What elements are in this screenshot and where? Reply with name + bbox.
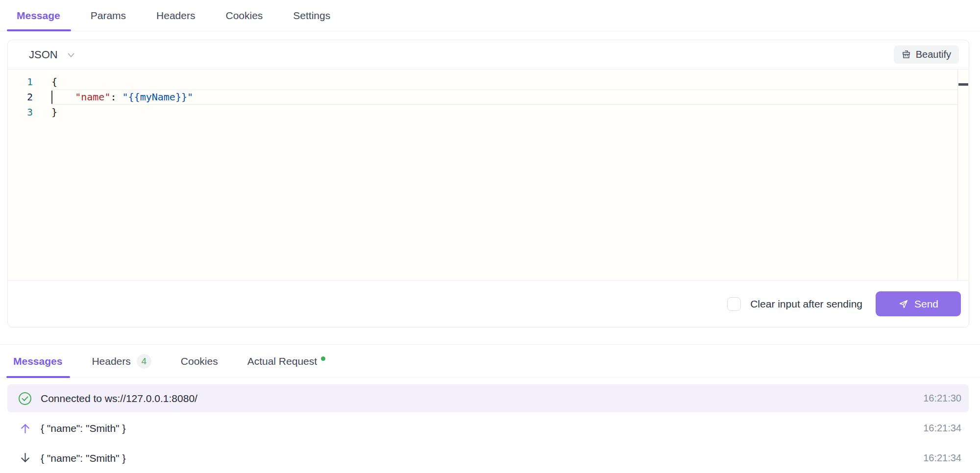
json-key-token: "name"	[75, 91, 110, 103]
code-line-content: }	[51, 105, 969, 120]
code-indent	[51, 91, 75, 103]
message-text: { "name": "Smith" }	[41, 423, 923, 434]
arrow-up-icon	[18, 422, 32, 434]
editor-scrollbar-gutter	[957, 70, 958, 280]
language-dropdown-value: JSON	[29, 48, 58, 61]
editor-footer: Clear input after sending Send	[8, 280, 969, 327]
send-button[interactable]: Send	[876, 291, 961, 316]
message-timestamp: 16:21:34	[923, 423, 961, 434]
response-section: Messages Headers 4 Cookies Actual Reques…	[0, 344, 980, 472]
request-tab-bar: Message Params Headers Cookies Settings	[0, 0, 980, 31]
arrow-down-icon	[18, 452, 32, 464]
message-text: { "name": "Smith" }	[41, 452, 923, 464]
check-circle-icon	[18, 392, 32, 405]
message-editor-panel: JSON Beautify 1 { 2 "name": "{{myName}}"…	[7, 40, 969, 328]
code-line-1[interactable]: 1 {	[8, 74, 969, 90]
code-line-3[interactable]: 3 }	[8, 105, 969, 120]
overview-ruler-cursor-mark	[958, 83, 968, 86]
tab-cookies-label: Cookies	[181, 355, 218, 367]
tab-headers-label: Headers	[92, 355, 130, 367]
line-number: 1	[8, 74, 33, 90]
code-line-content: "name": "{{myName}}"	[51, 90, 957, 105]
language-dropdown[interactable]: JSON	[29, 48, 75, 61]
json-separator-token: :	[110, 91, 122, 103]
line-number: 3	[8, 105, 33, 120]
message-timestamp: 16:21:34	[923, 452, 961, 464]
chevron-down-icon	[67, 50, 75, 59]
editor-toolbar: JSON Beautify	[8, 40, 969, 70]
message-text: Connected to ws://127.0.0.1:8080/	[41, 393, 923, 404]
tab-actual-request[interactable]: Actual Request	[247, 345, 325, 378]
clear-input-checkbox[interactable]	[727, 297, 741, 311]
message-row-connected[interactable]: Connected to ws://127.0.0.1:8080/ 16:21:…	[7, 384, 969, 412]
tab-message[interactable]: Message	[17, 0, 60, 31]
beautify-icon	[902, 50, 911, 59]
tab-actual-request-label: Actual Request	[247, 355, 317, 367]
tab-response-cookies[interactable]: Cookies	[181, 345, 218, 378]
beautify-button[interactable]: Beautify	[894, 46, 959, 64]
live-indicator-dot	[321, 356, 325, 361]
message-row-sent[interactable]: { "name": "Smith" } 16:21:34	[7, 414, 969, 442]
tab-response-headers[interactable]: Headers 4	[92, 345, 151, 378]
message-row-received[interactable]: { "name": "Smith" } 16:21:34	[7, 444, 969, 472]
code-line-content: {	[51, 74, 969, 90]
response-tab-bar: Messages Headers 4 Cookies Actual Reques…	[0, 345, 980, 378]
tab-settings[interactable]: Settings	[293, 0, 330, 31]
message-log-list: Connected to ws://127.0.0.1:8080/ 16:21:…	[7, 384, 969, 472]
tab-params[interactable]: Params	[91, 0, 126, 31]
message-timestamp: 16:21:30	[923, 393, 961, 404]
send-icon	[898, 299, 909, 309]
json-code-editor[interactable]: 1 { 2 "name": "{{myName}}" 3 }	[8, 70, 969, 280]
code-line-2-current[interactable]: 2 "name": "{{myName}}"	[8, 90, 969, 105]
line-number: 2	[8, 90, 33, 105]
headers-count-badge: 4	[137, 354, 151, 369]
json-value-token: "{{myName}}"	[122, 91, 194, 103]
tab-cookies[interactable]: Cookies	[225, 0, 263, 31]
tab-messages-label: Messages	[13, 355, 62, 367]
beautify-button-label: Beautify	[916, 49, 951, 60]
clear-input-label: Clear input after sending	[750, 298, 862, 310]
tab-messages[interactable]: Messages	[13, 345, 62, 378]
tab-headers[interactable]: Headers	[156, 0, 195, 31]
send-button-label: Send	[914, 298, 938, 310]
